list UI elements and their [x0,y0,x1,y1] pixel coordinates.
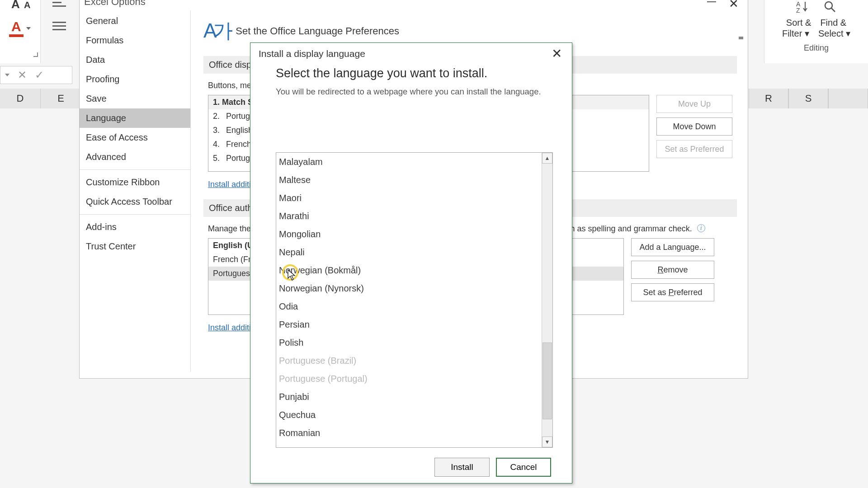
install-language-item[interactable]: Norwegian (Nynorsk) [276,279,542,297]
font-color-bar [9,34,24,37]
options-help-icon[interactable] [707,1,716,2]
namebox-dropdown-icon[interactable] [5,74,9,76]
decrease-font-icon[interactable]: A [24,0,30,10]
col-header-r[interactable]: R [749,89,788,108]
move-down-button[interactable]: Move Down [656,117,732,136]
options-category-sidebar: GeneralFormulasDataProofingSaveLanguageE… [80,10,191,372]
install-language-item[interactable]: Persian [276,315,542,333]
install-language-item[interactable]: Malayalam [276,153,542,171]
font-color-dropdown-icon[interactable] [26,27,31,30]
ribbon-font-group: A A A [0,0,41,63]
install-language-listbox[interactable]: MalayalamMalteseMaoriMarathiMongolianNep… [276,153,542,447]
svg-line-3 [831,8,835,12]
info-icon-2[interactable]: i [697,224,705,232]
install-language-dialog: Install a display language ✕ Select the … [250,42,572,483]
sort-filter-label-1[interactable]: Sort & [786,18,811,28]
install-list-scrollbar[interactable]: ▲ ▼ [542,153,552,447]
install-language-item[interactable]: Odia [276,297,542,315]
install-language-item[interactable]: Russian [276,442,542,447]
install-language-item[interactable]: Punjabi [276,388,542,406]
install-language-item[interactable]: Mongolian [276,225,542,243]
sort-filter-icon: AZ [796,0,811,16]
align-left-icon[interactable] [52,22,66,33]
language-heading: Set the Office Language Preferences [236,25,399,37]
column-headers-right: R S [749,89,868,108]
svg-point-2 [825,2,832,9]
cancel-entry-icon[interactable]: ✕ [18,69,27,81]
set-preferred-button[interactable]: Set as Preferred [656,140,732,158]
ribbon-align-group [45,0,77,36]
options-category-advanced[interactable]: Advanced [80,147,190,167]
options-dialog-title: Excel Options [84,0,146,8]
install-language-item[interactable]: Norwegian (Bokmål) [276,261,542,279]
add-language-button[interactable]: Add a Language... [631,238,714,256]
find-select-icon [823,0,837,16]
install-button[interactable]: Install [434,458,490,477]
find-select-label-2[interactable]: Select ▾ [818,28,850,39]
align-top-icon[interactable] [52,0,66,9]
options-category-language[interactable]: Language [80,108,190,128]
install-language-item: Portuguese (Brazil) [276,352,542,370]
options-category-add-ins[interactable]: Add-ins [80,217,190,237]
remove-language-button[interactable]: Remove [631,261,714,279]
install-language-item[interactable]: Quechua [276,406,542,424]
scroll-up-icon[interactable]: ▲ [542,153,552,164]
scroll-down-icon[interactable]: ▼ [542,436,552,447]
sort-filter-label-2[interactable]: Filter ▾ [782,28,809,39]
confirm-entry-icon[interactable]: ✓ [35,69,44,81]
options-category-formulas[interactable]: Formulas [80,31,190,50]
install-language-item[interactable]: Polish [276,333,542,352]
install-language-item[interactable]: Marathi [276,207,542,225]
options-category-general[interactable]: General [80,11,190,31]
ribbon-editing-group: AZ Sort & Find & Filter ▾ Select ▾ Editi… [764,0,868,63]
increase-font-icon[interactable]: A [11,0,20,11]
install-language-item: Portuguese (Portugal) [276,370,542,388]
options-category-save[interactable]: Save [80,89,190,108]
font-color-icon[interactable]: A [11,19,21,34]
find-select-label-1[interactable]: Find & [820,18,846,28]
col-header-e[interactable]: E [41,89,81,108]
install-dialog-title: Install a display language [250,43,572,64]
svg-text:Z: Z [796,7,800,14]
options-category-proofing[interactable]: Proofing [80,70,190,89]
install-language-item[interactable]: Nepali [276,243,542,261]
move-up-button[interactable]: Move Up [656,95,732,113]
install-language-item[interactable]: Maltese [276,171,542,189]
cancel-button[interactable]: Cancel [496,458,551,477]
content-scrollbar[interactable] [739,37,743,39]
set-preferred-authoring-button[interactable]: Set as Preferred [631,283,714,301]
formula-bar-controls: ✕ ✓ [0,66,72,84]
install-dialog-close-icon[interactable]: ✕ [547,47,566,62]
install-language-item[interactable]: Romanian [276,424,542,442]
col-header-d[interactable]: D [0,89,41,108]
options-category-ease-of-access[interactable]: Ease of Access [80,128,190,147]
install-dialog-heading: Select the language you want to install. [250,64,572,84]
options-category-data[interactable]: Data [80,50,190,70]
install-language-item[interactable]: Maori [276,189,542,207]
options-category-quick-access-toolbar[interactable]: Quick Access Toolbar [80,192,190,211]
options-category-trust-center[interactable]: Trust Center [80,237,190,256]
language-heading-icon: A가 [203,18,229,44]
col-header-blank[interactable] [828,89,868,108]
options-category-customize-ribbon[interactable]: Customize Ribbon [80,173,190,192]
install-dialog-subtext: You will be redirected to a webpage wher… [250,84,572,101]
col-header-s[interactable]: S [788,89,828,108]
font-group-launcher-icon[interactable] [33,52,38,57]
column-headers-left: D E [0,89,81,108]
editing-group-label: Editing [769,43,863,53]
scroll-thumb[interactable] [542,343,552,419]
